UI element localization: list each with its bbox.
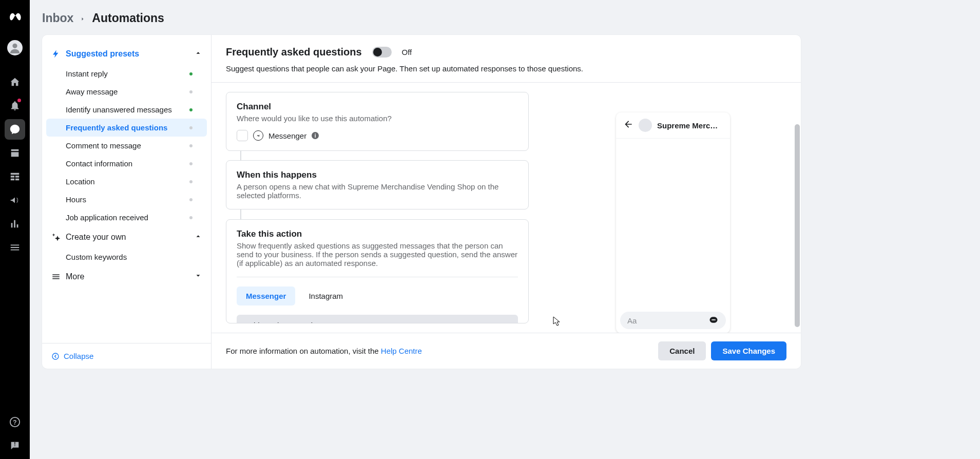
rail-inbox[interactable] <box>5 119 25 140</box>
flow-column: Channel Where would you like to use this… <box>226 92 529 323</box>
collapse-icon <box>51 352 60 360</box>
status-dot-icon <box>189 180 193 183</box>
collapse-sidebar-button[interactable]: Collapse <box>42 343 211 369</box>
section-create-your-own[interactable]: Create your own <box>42 226 211 248</box>
enable-toggle[interactable] <box>372 47 392 58</box>
chat-avatar <box>639 119 652 132</box>
rail-ads[interactable] <box>5 190 25 211</box>
sidebar-item-job-application[interactable]: Job application received <box>46 208 207 226</box>
section-suggested-presets[interactable]: Suggested presets <box>42 43 211 65</box>
svg-point-4 <box>52 353 59 359</box>
sidebar-item-label: Contact information <box>66 159 132 168</box>
breadcrumb: Inbox Automations <box>42 11 164 25</box>
rail-insights[interactable] <box>5 214 25 234</box>
chat-back-button[interactable] <box>623 119 633 131</box>
sidebar-item-custom-keywords[interactable]: Custom keywords <box>46 248 207 266</box>
footer-text: For more information on automation, visi… <box>226 347 422 355</box>
tab-instagram[interactable]: Instagram <box>299 286 352 305</box>
sidebar-item-identify-unanswered[interactable]: Identify unanswered messages <box>46 101 207 119</box>
section-title: More <box>66 272 84 281</box>
chevron-right-icon <box>80 11 86 25</box>
card-title: Channel <box>237 102 518 112</box>
sidebar-item-label: Identify unanswered messages <box>66 105 172 114</box>
chat-input-placeholder: Aa <box>627 316 637 325</box>
sparkle-icon <box>51 233 61 242</box>
svg-point-8 <box>714 319 715 320</box>
sidebar-item-comment-to-message[interactable]: Comment to message <box>46 137 207 155</box>
status-dot-icon <box>189 144 193 147</box>
sidebar-item-label: Location <box>66 177 95 186</box>
chat-preview: Supreme Merc… Aa <box>560 92 786 323</box>
sidebar-item-contact-information[interactable]: Contact information <box>46 155 207 173</box>
chevron-up-icon <box>195 233 202 242</box>
rail-all-tools[interactable] <box>5 237 25 258</box>
card-subtitle: Where would you like to use this automat… <box>237 114 518 123</box>
card-body: Show frequently asked questions as sugge… <box>237 241 518 267</box>
svg-point-7 <box>713 319 714 320</box>
sidebar-item-label: Comment to message <box>66 141 141 150</box>
main-panel: Suggested presets Instant reply Away mes… <box>42 35 801 369</box>
chat-page-name: Supreme Merc… <box>657 121 718 130</box>
sidebar-item-faq[interactable]: Frequently asked questions <box>46 119 207 137</box>
help-centre-link[interactable]: Help Centre <box>381 347 422 355</box>
status-dot-icon <box>189 198 193 201</box>
card-body: A person opens a new chat with Supreme M… <box>237 182 518 200</box>
rail-posts[interactable] <box>5 143 25 163</box>
flow-area: Channel Where would you like to use this… <box>212 82 801 333</box>
card-action: Take this action Show frequently asked q… <box>226 219 529 323</box>
toggle-state-label: Off <box>402 48 412 56</box>
bolt-icon <box>51 49 61 59</box>
chevron-up-icon <box>195 49 202 59</box>
info-icon[interactable]: i <box>312 132 319 139</box>
card-channel: Channel Where would you like to use this… <box>226 92 529 151</box>
meta-logo-icon <box>7 8 23 25</box>
sidebar-item-hours[interactable]: Hours <box>46 190 207 208</box>
app-rail: ? ! <box>0 0 30 459</box>
rail-help[interactable]: ? <box>5 412 25 432</box>
sidebar-item-label: Custom keywords <box>66 253 127 261</box>
automation-sidebar: Suggested presets Instant reply Away mes… <box>42 35 212 369</box>
tab-messenger[interactable]: Messenger <box>237 286 295 305</box>
breadcrumb-inbox[interactable]: Inbox <box>42 11 73 25</box>
cancel-button[interactable]: Cancel <box>658 341 706 360</box>
sidebar-item-label: Hours <box>66 195 86 204</box>
section-more[interactable]: More <box>42 266 211 288</box>
editor-footer: For more information on automation, visi… <box>212 333 801 369</box>
chat-card: Supreme Merc… Aa <box>616 112 730 333</box>
page-title: Frequently asked questions <box>226 46 362 58</box>
toggle-knob-icon <box>373 48 382 56</box>
svg-text:?: ? <box>13 419 16 426</box>
status-dot-icon <box>189 72 193 75</box>
flow-connector-icon <box>240 151 241 160</box>
sidebar-item-away-message[interactable]: Away message <box>46 83 207 101</box>
profile-avatar[interactable] <box>7 40 23 55</box>
chat-body <box>616 139 730 308</box>
sidebar-item-instant-reply[interactable]: Instant reply <box>46 65 207 83</box>
add-question-button[interactable]: Add Another Question <box>237 315 518 323</box>
scrollbar[interactable] <box>795 124 800 327</box>
sidebar-item-label: Away message <box>66 87 118 96</box>
channel-label: Messenger <box>268 131 306 140</box>
chat-suggestions-icon[interactable] <box>708 315 719 327</box>
status-dot-icon <box>189 108 193 111</box>
chat-input[interactable]: Aa <box>620 312 726 329</box>
rail-home[interactable] <box>5 72 25 92</box>
svg-point-0 <box>12 44 17 48</box>
section-title: Suggested presets <box>66 49 139 59</box>
sidebar-item-label: Job application received <box>66 213 148 222</box>
status-dot-icon <box>189 216 193 219</box>
editor-header: Frequently asked questions Off Suggest q… <box>212 35 801 82</box>
rail-notifications[interactable] <box>5 95 25 116</box>
save-button[interactable]: Save Changes <box>711 341 786 360</box>
section-title: Create your own <box>66 233 126 242</box>
card-when: When this happens A person opens a new c… <box>226 160 529 209</box>
sidebar-item-label: Frequently asked questions <box>66 123 167 132</box>
channel-messenger-checkbox[interactable] <box>237 130 248 141</box>
sidebar-item-location[interactable]: Location <box>46 173 207 190</box>
notification-dot-icon <box>17 99 21 102</box>
automation-editor: Frequently asked questions Off Suggest q… <box>212 35 801 369</box>
rail-planner[interactable] <box>5 166 25 187</box>
rail-feedback[interactable]: ! <box>5 435 25 456</box>
chevron-down-icon <box>195 272 202 281</box>
footer-text-prefix: For more information on automation, visi… <box>226 347 381 355</box>
